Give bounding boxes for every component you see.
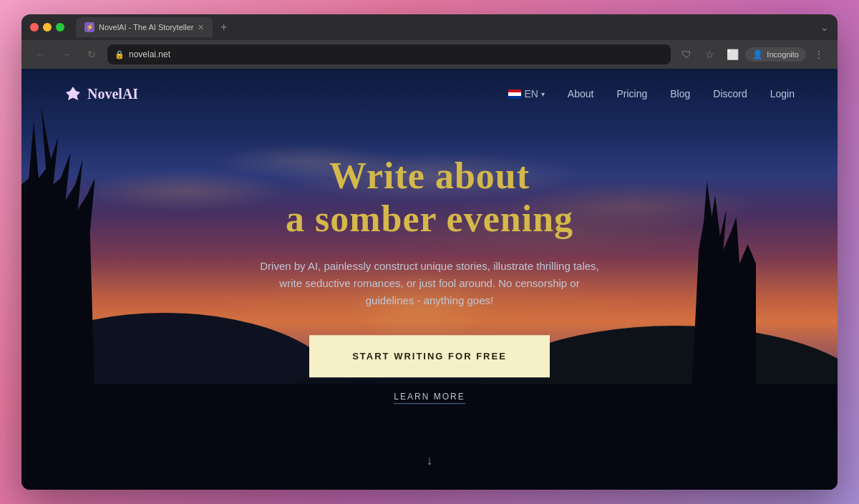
cta-start-writing-button[interactable]: START WRITING FOR FREE xyxy=(309,335,550,377)
browser-toolbar: ← → ↻ 🔒 novelai.net 🛡 ☆ ⬜ 👤 Incognito ⋮ xyxy=(21,40,838,69)
tab-bar: ⚡ NovelAI - The AI Storyteller × + ⌄ xyxy=(76,17,829,37)
nav-pricing[interactable]: Pricing xyxy=(616,88,647,100)
maximize-button[interactable] xyxy=(56,23,64,32)
scroll-down-indicator[interactable]: ↓ xyxy=(427,453,433,468)
minimize-button[interactable] xyxy=(43,23,52,32)
nav-blog[interactable]: Blog xyxy=(670,88,690,100)
tab-favicon: ⚡ xyxy=(84,22,94,32)
toolbar-actions: 🛡 ☆ ⬜ 👤 Incognito ⋮ xyxy=(676,44,829,64)
hero-content: Write about a somber evening Driven by A… xyxy=(179,155,680,404)
hero-title-line2: a somber evening xyxy=(179,198,680,241)
incognito-icon: 👤 xyxy=(752,49,763,59)
logo-icon xyxy=(64,85,82,102)
hero-title-line1: Write about xyxy=(179,155,680,198)
tab-expand-button[interactable]: ⌄ xyxy=(820,21,829,33)
logo-link[interactable]: NovelAI xyxy=(64,85,138,102)
active-tab[interactable]: ⚡ NovelAI - The AI Storyteller × xyxy=(76,17,213,37)
incognito-badge: 👤 Incognito xyxy=(745,47,806,62)
nav-discord[interactable]: Discord xyxy=(713,88,747,100)
language-selector[interactable]: EN ▾ xyxy=(508,88,544,100)
back-button[interactable]: ← xyxy=(30,44,50,64)
browser-titlebar: ⚡ NovelAI - The AI Storyteller × + ⌄ xyxy=(21,14,838,40)
logo-text: NovelAI xyxy=(87,86,138,102)
shield-icon[interactable]: 🛡 xyxy=(676,44,697,64)
bookmark-star-icon[interactable]: ☆ xyxy=(699,44,719,64)
nav-about[interactable]: About xyxy=(568,88,594,100)
hero-subtitle: Driven by AI, painlessly construct uniqu… xyxy=(258,258,601,309)
page-content: NovelAI EN ▾ About Pricing Blog Discord … xyxy=(21,69,838,490)
address-bar[interactable]: 🔒 novelai.net xyxy=(107,44,671,64)
url-text: novelai.net xyxy=(129,49,170,59)
traffic-lights xyxy=(30,23,64,32)
browser-window: ⚡ NovelAI - The AI Storyteller × + ⌄ ← →… xyxy=(21,14,838,490)
tab-label: NovelAI - The AI Storyteller xyxy=(99,23,193,32)
incognito-label: Incognito xyxy=(767,50,799,59)
nav-links: EN ▾ About Pricing Blog Discord Login xyxy=(508,88,795,100)
more-options-icon[interactable]: ⋮ xyxy=(809,44,829,64)
flag-icon xyxy=(508,89,521,99)
chevron-down-icon: ▾ xyxy=(541,90,545,98)
new-tab-button[interactable]: + xyxy=(215,19,233,36)
reload-button[interactable]: ↻ xyxy=(82,44,102,64)
nav-login[interactable]: Login xyxy=(770,88,795,100)
forward-button[interactable]: → xyxy=(56,44,76,64)
tab-close-button[interactable]: × xyxy=(198,22,203,32)
lang-label: EN xyxy=(524,88,538,100)
close-button[interactable] xyxy=(30,23,39,32)
security-lock-icon: 🔒 xyxy=(115,50,125,59)
site-nav: NovelAI EN ▾ About Pricing Blog Discord … xyxy=(21,69,838,119)
learn-more-button[interactable]: LEARN MORE xyxy=(394,392,465,404)
extensions-icon[interactable]: ⬜ xyxy=(722,44,742,64)
